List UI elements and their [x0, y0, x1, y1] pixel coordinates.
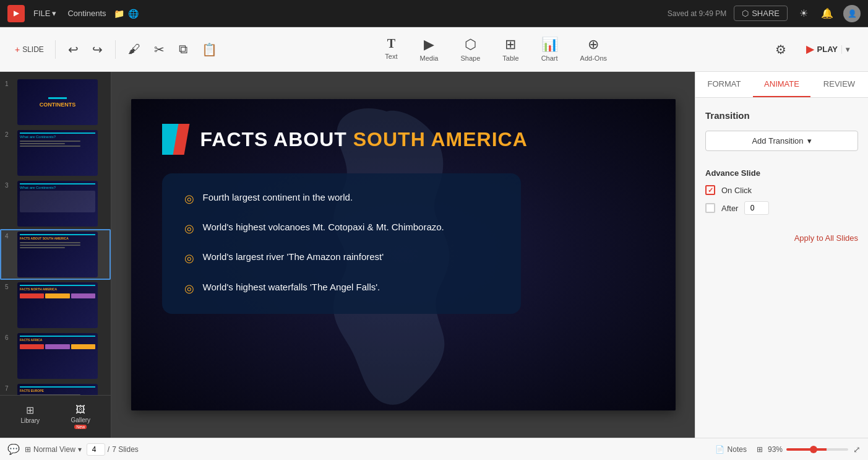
notes-label: Notes [728, 445, 747, 454]
shape-icon: ⬡ [465, 37, 476, 53]
play-button[interactable]: ▶ PLAY ▾ [797, 40, 858, 59]
top-icons: ☀ 🔔 [795, 5, 836, 22]
thumb-bar-item [20, 293, 44, 298]
fact-text: Fourth largest continent in the world. [203, 191, 353, 204]
expand-icon[interactable]: ⤢ [853, 445, 861, 454]
thumb-line [20, 143, 65, 144]
tab-review[interactable]: REVIEW [810, 72, 868, 97]
avatar[interactable]: 👤 [843, 5, 861, 22]
undo-button[interactable]: ↩ [62, 38, 85, 61]
slide-item[interactable]: 5 FACTS NORTH AMERICA [0, 280, 111, 331]
paint-roller-button[interactable]: 🖌 [122, 38, 147, 60]
thumb-bar [20, 132, 95, 134]
slide-item[interactable]: 7 FACTS EUROPE [0, 381, 111, 395]
gallery-label: Gallery [71, 417, 90, 423]
slide-number: 3 [5, 181, 14, 189]
chart-tool[interactable]: 📊 Chart [533, 33, 567, 66]
slide-item[interactable]: 1 CONTINENTS [0, 77, 111, 128]
fit-button[interactable]: ⊞ [757, 445, 763, 454]
bottom-right: 📄 Notes ⊞ 93% ⤢ [715, 445, 861, 454]
library-button[interactable]: ⊞ Library [5, 402, 56, 432]
slide-thumbnail: FACTS ABOUT SOUTH AMERICA [17, 232, 98, 277]
play-label: PLAY [817, 45, 838, 54]
settings-icon: ⚙ [775, 42, 786, 57]
cut-button[interactable]: ✂ [148, 38, 171, 61]
add-transition-button[interactable]: Add Transition ▾ [705, 131, 858, 151]
bell-icon[interactable]: 🔔 [819, 5, 836, 22]
copy-button[interactable]: ⧉ [172, 38, 194, 60]
saved-status: Saved at 9:49 PM [668, 9, 726, 18]
shape-tool[interactable]: ⬡ Shape [452, 33, 489, 66]
advance-slide-title: Advance Slide [705, 168, 858, 178]
zoom-slider[interactable] [786, 448, 848, 451]
cut-icon: ✂ [154, 42, 165, 57]
advance-slide-section: Advance Slide On Click After Apply to Al… [705, 168, 858, 243]
text-tool[interactable]: T Text [376, 33, 406, 66]
thumb-bar [20, 386, 95, 388]
redo-button[interactable]: ↪ [86, 38, 109, 61]
tab-animate[interactable]: ANIMATE [753, 72, 810, 97]
thumb-heading: FACTS AFRICA [20, 338, 95, 342]
thumb-title-text: CONTINENTS [40, 102, 76, 108]
share-label: SHARE [752, 9, 780, 18]
slide-item[interactable]: 4 FACTS ABOUT SOUTH AMERICA [0, 229, 111, 280]
add-slide-button[interactable]: + SLIDE [10, 42, 49, 57]
sun-icon[interactable]: ☀ [795, 5, 812, 22]
play-dropdown-icon[interactable]: ▾ [841, 45, 849, 54]
fact-bullet-icon: ◎ [184, 221, 194, 237]
on-click-checkbox[interactable] [705, 185, 715, 195]
after-row: After [705, 201, 858, 215]
on-click-row: On Click [705, 185, 858, 195]
view-mode-button[interactable]: ⊞ Normal View ▾ [25, 445, 82, 454]
thumb-bar [20, 183, 95, 184]
tab-format[interactable]: FORMAT [695, 72, 753, 97]
gallery-button[interactable]: 🖼 Gallery New [56, 402, 106, 432]
globe-icon[interactable]: 🌐 [128, 9, 139, 19]
media-icon: ▶ [424, 37, 434, 53]
library-icon: ⊞ [26, 404, 34, 416]
after-checkbox[interactable] [705, 203, 715, 213]
thumb-heading: FACTS EUROPE [20, 389, 95, 393]
slide-item[interactable]: 2 What are Continents? [0, 128, 111, 178]
fit-icon: ⊞ [757, 445, 763, 454]
thumb-line [20, 242, 80, 243]
view-mode-icon: ⊞ [25, 445, 31, 454]
table-tool[interactable]: ⊞ Table [494, 33, 527, 66]
thumb-bar-item [45, 293, 69, 298]
apply-all-button[interactable]: Apply to All Slides [705, 233, 858, 243]
notes-button[interactable]: 📄 Notes [715, 445, 747, 454]
slide-number: 1 [5, 79, 14, 87]
file-chevron-icon: ▾ [52, 9, 56, 18]
folder-icon[interactable]: 📁 [114, 9, 124, 19]
add-transition-label: Add Transition [752, 136, 803, 145]
settings-button[interactable]: ⚙ [769, 38, 793, 61]
accent-shape [162, 124, 193, 155]
slide-item[interactable]: 6 FACTS AFRICA [0, 331, 111, 381]
file-label: FILE [33, 9, 50, 18]
table-icon: ⊞ [505, 37, 516, 53]
slide-item[interactable]: 3 What are Continents? [0, 178, 111, 229]
fact-text: World's largest river 'The Amazon rainfo… [203, 250, 384, 263]
media-label: Media [420, 54, 439, 62]
toolbar-right: ⚙ ▶ PLAY ▾ [769, 38, 858, 61]
slide-title-orange: SOUTH AMERICA [353, 128, 528, 150]
slide-indicator: / 7 Slides [87, 443, 139, 456]
share-button[interactable]: ⬡ SHARE [734, 6, 788, 21]
chat-icon[interactable]: 💬 [7, 443, 20, 455]
plus-icon: + [15, 45, 20, 54]
file-menu-button[interactable]: FILE ▾ [30, 7, 60, 20]
paste-button[interactable]: 📋 [196, 38, 223, 61]
after-input[interactable] [744, 201, 769, 215]
current-slide-input[interactable] [87, 443, 105, 456]
thumb-bar [20, 285, 95, 286]
share-icon: ⬡ [742, 9, 749, 18]
addons-tool[interactable]: ⊕ Add-Ons [572, 33, 616, 66]
slide-number: 6 [5, 333, 14, 341]
transition-title: Transition [705, 110, 858, 121]
media-tool[interactable]: ▶ Media [411, 33, 447, 66]
thumb-bar-item [45, 344, 69, 349]
fact-item: ◎ World's highest waterfalls 'The Angel … [184, 280, 499, 297]
right-panel-content: Transition Add Transition ▾ Advance Slid… [695, 98, 868, 438]
slide-thumbnail: What are Continents? [17, 130, 98, 176]
toolbar-left: + SLIDE ↩ ↪ 🖌 ✂ ⧉ 📋 [10, 38, 223, 61]
